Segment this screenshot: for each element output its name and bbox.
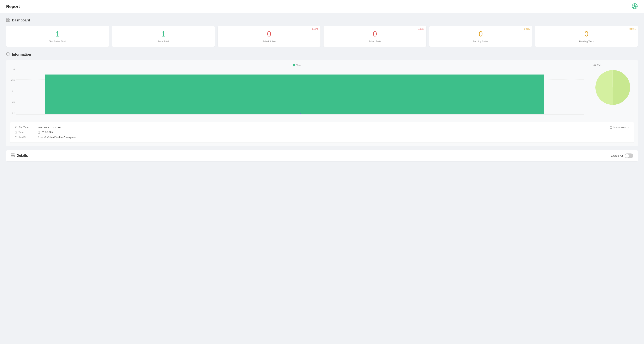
- card-value-pending-tests: 0: [584, 30, 588, 39]
- svg-rect-1: [6, 18, 8, 20]
- time-icon: [15, 131, 17, 134]
- header: Report: [0, 0, 644, 13]
- information-section: Time 2.21.651.10.550: [6, 60, 638, 146]
- toggle-knob: [625, 154, 629, 158]
- rootdir-label: RootDir: [15, 136, 38, 139]
- svg-point-7: [594, 65, 595, 66]
- card-percent-failed-suites: 0.00%: [312, 28, 318, 30]
- information-title: Information: [12, 53, 31, 57]
- card-percent-pending-suites: 0.00%: [524, 28, 530, 30]
- info-stats: StartTime 2020-04-11 15:23:04 MaxWorkers…: [10, 122, 634, 143]
- details-icon: [11, 153, 15, 158]
- y-axis: 2.21.651.10.550: [10, 68, 16, 114]
- information-section-header: Information: [6, 52, 638, 57]
- rootdir-value: /Users/brfisher/Desktop/ts-express: [38, 136, 76, 139]
- y-axis-label: 0.55: [10, 79, 15, 81]
- page-title: Report: [6, 4, 20, 9]
- pie-sector: [613, 70, 630, 105]
- y-axis-label: 1.1: [10, 90, 15, 92]
- card-value-failed-tests: 0: [373, 30, 377, 39]
- card-label-test-suites-total: Test Suites Total: [49, 40, 66, 43]
- pie-chart: [594, 68, 632, 107]
- folder-icon: [15, 136, 17, 139]
- card-label-tests-total: Tests Total: [158, 40, 169, 43]
- card-percent-failed-tests: 0.00%: [418, 28, 424, 30]
- svg-rect-15: [11, 154, 14, 154]
- dashboard-icon: [6, 18, 10, 23]
- pie-legend-label: Ratio: [597, 64, 602, 67]
- svg-rect-10: [16, 127, 16, 128]
- list-icon: [11, 153, 15, 157]
- github-icon[interactable]: [632, 3, 638, 10]
- card-tests-total: 1 Tests Total: [112, 26, 215, 47]
- details-section: Details Expand All: [6, 150, 638, 161]
- svg-rect-9: [15, 127, 16, 128]
- bar: [45, 75, 544, 114]
- starttime-icon: [15, 126, 17, 129]
- stat-row-time: Time 00:02.099: [15, 131, 629, 134]
- pie-chart-container: Ratio: [592, 64, 634, 107]
- card-test-suites-total: 1 Test Suites Total: [6, 26, 109, 47]
- main-content: Dashboard 1 Test Suites Total 1 Tests To…: [0, 13, 644, 166]
- maxworkers-icon: [610, 126, 612, 129]
- y-axis-label: 2.2: [10, 112, 15, 114]
- bar-chart-area: 2.21.651.10.550: [10, 68, 584, 114]
- maxworkers-label: MaxWorkers: [610, 126, 626, 129]
- svg-rect-17: [11, 156, 14, 157]
- charts-row: Time 2.21.651.10.550: [10, 64, 634, 118]
- pie-legend-icon: [594, 64, 596, 66]
- card-pending-tests: 0.00% 0 Pending Tests: [535, 26, 638, 47]
- svg-rect-3: [6, 20, 8, 22]
- card-value-tests-total: 1: [161, 30, 165, 39]
- card-pending-suites: 0.00% 0 Pending Suites: [430, 26, 532, 47]
- legend-color: [293, 64, 295, 66]
- stat-right-maxworkers: MaxWorkers 7: [610, 126, 629, 129]
- svg-rect-4: [8, 20, 10, 22]
- card-failed-suites: 0.00% 0 Failed Suites: [218, 26, 320, 47]
- starttime-value: 2020-04-11 15:23:04: [38, 126, 61, 129]
- dashboard-cards: 1 Test Suites Total 1 Tests Total 0.00% …: [6, 26, 638, 47]
- svg-rect-8: [15, 126, 17, 127]
- card-value-test-suites-total: 1: [56, 30, 60, 39]
- y-axis-label: 0: [10, 68, 15, 70]
- information-icon: [6, 52, 10, 57]
- card-failed-tests: 0.00% 0 Failed Tests: [324, 26, 426, 47]
- chart-legend: Time: [10, 64, 584, 67]
- card-percent-pending-tests: 0.00%: [630, 28, 636, 30]
- stat-row-starttime: StartTime 2020-04-11 15:23:04 MaxWorkers…: [15, 126, 629, 129]
- chart-legend-label: Time: [296, 64, 301, 67]
- card-value-failed-suites: 0: [267, 30, 271, 39]
- svg-rect-2: [8, 18, 10, 20]
- x-axis-spacer: [10, 114, 584, 118]
- card-label-pending-suites: Pending Suites: [473, 40, 488, 43]
- y-axis-label: 1.65: [10, 101, 15, 103]
- starttime-label: StartTime: [15, 126, 38, 129]
- stat-row-rootdir: RootDir /Users/brfisher/Desktop/ts-expre…: [15, 136, 629, 139]
- grid-line-1: [16, 68, 584, 68]
- chart-area: [16, 68, 584, 114]
- details-left: Details: [11, 153, 28, 158]
- time-value: 00:02.099: [38, 131, 53, 134]
- pie-legend: Ratio: [592, 64, 602, 67]
- bar-chart-container: Time 2.21.651.10.550: [10, 64, 584, 118]
- card-label-failed-tests: Failed Tests: [369, 40, 381, 43]
- card-label-failed-suites: Failed Suites: [262, 40, 276, 43]
- details-title: Details: [16, 154, 28, 158]
- expand-all-toggle[interactable]: [625, 153, 633, 158]
- card-value-pending-suites: 0: [478, 30, 482, 39]
- expand-all-label: Expand All: [611, 154, 623, 157]
- timer-icon: [38, 131, 40, 134]
- dashboard-title: Dashboard: [12, 18, 30, 22]
- details-right: Expand All: [611, 153, 633, 158]
- dashboard-section-header: Dashboard: [6, 18, 638, 23]
- card-label-pending-tests: Pending Tests: [579, 40, 594, 43]
- x-axis-marker: [300, 113, 300, 114]
- time-label: Time: [15, 131, 38, 134]
- maxworkers-value: 7: [628, 126, 629, 129]
- svg-rect-16: [11, 155, 14, 155]
